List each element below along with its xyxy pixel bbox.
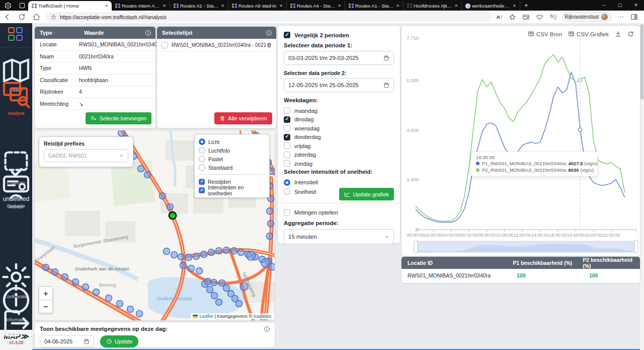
home-icon[interactable] <box>33 13 40 21</box>
metric-radio[interactable] <box>284 179 290 186</box>
tab-close-icon[interactable]: ✕ <box>278 4 284 8</box>
traffic-measurement-marker[interactable] <box>138 166 144 172</box>
traffic-measurement-marker[interactable] <box>267 233 273 240</box>
weekday-checkbox[interactable] <box>284 107 290 114</box>
weekday-checkbox[interactable] <box>284 125 290 131</box>
traffic-measurement-marker[interactable] <box>216 299 222 306</box>
layer-radio[interactable] <box>199 156 205 162</box>
zoom-out-button[interactable]: − <box>39 300 52 313</box>
traffic-measurement-marker[interactable] <box>106 295 112 302</box>
traffic-measurement-marker[interactable] <box>180 262 187 269</box>
base-layer-pastel[interactable]: Pastel <box>199 155 265 163</box>
tab-close-icon[interactable]: ✕ <box>512 4 517 8</box>
map-panel[interactable]: Burgemeester StramanwegOranjebaanOuderke… <box>34 130 275 321</box>
info-icon[interactable] <box>145 30 151 36</box>
traffic-measurement-marker[interactable] <box>201 251 207 258</box>
back-icon[interactable] <box>4 13 11 21</box>
traffic-measurement-marker[interactable] <box>72 279 79 286</box>
browser-tab[interactable]: Routes A1 - Stad-in✕ <box>345 1 404 11</box>
sidebar-panel-icon[interactable] <box>630 13 638 21</box>
traffic-measurement-marker[interactable] <box>196 268 203 274</box>
traffic-measurement-marker[interactable] <box>208 249 215 256</box>
weekday-row-maandag[interactable]: maandag <box>284 106 394 115</box>
traffic-measurement-marker[interactable] <box>223 285 230 292</box>
browser-tab[interactable]: Routes A2 - Stad-in✕ <box>170 1 228 11</box>
csv-chart-button[interactable]: CSV Grafiek <box>568 31 609 37</box>
profile-chip[interactable]: Rijkswaterstaat <box>562 12 612 22</box>
sidebar-item-analyse[interactable]: Analyse <box>0 78 32 116</box>
info-icon[interactable] <box>266 30 272 36</box>
range-slider-handle[interactable] <box>414 240 418 253</box>
sidebar-item-uitloggen[interactable]: Uitloggen <box>0 307 32 345</box>
workspaces-icon[interactable] <box>3 2 13 10</box>
browser-tab[interactable]: TrafficDash | Home✕ <box>28 1 112 11</box>
layer-radio[interactable] <box>199 147 205 154</box>
base-layer-luchtfoto[interactable]: Luchtfoto <box>199 146 265 155</box>
traffic-measurement-marker[interactable] <box>211 293 218 299</box>
update-day-button[interactable]: Update <box>100 335 138 347</box>
favorites-bar-icon[interactable] <box>549 13 557 21</box>
weekday-checkbox[interactable] <box>284 152 290 158</box>
traffic-measurement-marker[interactable] <box>267 208 273 215</box>
period1-input[interactable]: 03-03-2025 t/m 29-03-2025 <box>284 51 394 65</box>
traffic-measurement-marker[interactable] <box>178 254 185 260</box>
period2-input[interactable]: 12-05-2025 t/m 25-05-2025 <box>284 78 394 92</box>
traffic-measurement-marker[interactable] <box>167 204 174 211</box>
traffic-measurement-marker[interactable] <box>188 265 195 272</box>
url-text[interactable]: https://acceptatie-vom.trafficdash.nl/#a… <box>60 14 167 20</box>
traffic-measurement-marker[interactable] <box>205 278 211 285</box>
traffic-measurement-marker[interactable] <box>268 221 274 227</box>
traffic-measurement-marker[interactable] <box>83 284 89 291</box>
weekday-checkbox[interactable] <box>284 160 290 167</box>
selection-item[interactable]: RWS01_MONIBAS_0021hrr0340ra - 0021hrr034… <box>157 39 276 51</box>
info-icon[interactable] <box>264 326 270 332</box>
calendar-icon[interactable] <box>383 55 389 61</box>
favorites-star-icon[interactable] <box>509 13 516 21</box>
selection-checkbox[interactable] <box>162 42 168 48</box>
selected-measurement-marker[interactable] <box>169 212 176 219</box>
update-chart-button[interactable]: Update grafiek <box>339 188 394 200</box>
traffic-measurement-marker[interactable] <box>52 269 58 275</box>
browser-tab[interactable]: Routes Intern Amsterdam Sta✕ <box>112 1 170 11</box>
traffic-measurement-marker[interactable] <box>236 301 243 307</box>
traffic-measurement-marker[interactable] <box>193 253 200 260</box>
traffic-measurement-marker[interactable] <box>238 249 245 256</box>
prefix-select[interactable]: GAD03, RWS01 <box>44 149 128 162</box>
traffic-measurement-marker[interactable] <box>223 247 230 254</box>
traffic-measurement-marker[interactable] <box>159 193 166 199</box>
download-icon[interactable] <box>615 31 621 37</box>
sidebar-item-evaluatie[interactable]: undefinedEvaluatie <box>0 195 32 208</box>
metric-radio[interactable] <box>284 188 290 195</box>
tab-close-icon[interactable]: ✕ <box>104 4 109 8</box>
traffic-measurement-marker[interactable] <box>43 264 49 271</box>
overlay-checkbox[interactable] <box>199 187 205 193</box>
refresh-icon[interactable] <box>18 13 26 21</box>
traffic-measurement-marker[interactable] <box>118 130 125 136</box>
intensity-chart[interactable]: 02,0004,0006,0007,71000:00:0002:00:0004:… <box>401 26 639 255</box>
aggregation-select[interactable]: 15 minuten <box>284 229 394 244</box>
traffic-measurement-marker[interactable] <box>62 274 68 281</box>
traffic-measurement-marker[interactable] <box>247 251 256 260</box>
minimize-button[interactable]: ─ <box>596 0 612 11</box>
leaflet-link[interactable]: Leaflet <box>199 314 213 319</box>
browser-tab[interactable]: Routes A8 stad-in✕ <box>228 1 287 11</box>
overlay-intensiteiten-en-snelheden[interactable]: Intensiteiten en snelheden <box>199 186 265 194</box>
compare-periods-row[interactable]: Vergelijk 2 perioden <box>284 31 394 39</box>
traffic-measurement-marker[interactable] <box>127 306 134 313</box>
close-button[interactable]: ✕ <box>628 0 644 11</box>
range-slider-handle[interactable] <box>634 240 638 253</box>
zoom-in-button[interactable]: + <box>39 287 52 300</box>
wallet-icon[interactable] <box>522 13 530 21</box>
overlay-checkbox[interactable] <box>199 179 205 185</box>
traffic-measurement-marker[interactable] <box>207 287 213 293</box>
traffic-measurement-marker[interactable] <box>269 263 275 270</box>
traffic-measurement-marker[interactable] <box>164 248 170 255</box>
maximize-button[interactable]: ▢ <box>612 0 628 11</box>
base-layer-licht[interactable]: Licht <box>199 137 265 146</box>
weekday-row-donderdag[interactable]: donderdag <box>284 133 394 142</box>
calendar-icon[interactable] <box>383 82 389 88</box>
traffic-measurement-marker[interactable] <box>144 172 151 178</box>
weekday-checkbox[interactable] <box>284 116 290 123</box>
sum-measurements-checkbox[interactable] <box>284 209 290 216</box>
tab-close-icon[interactable]: ✕ <box>162 4 167 8</box>
